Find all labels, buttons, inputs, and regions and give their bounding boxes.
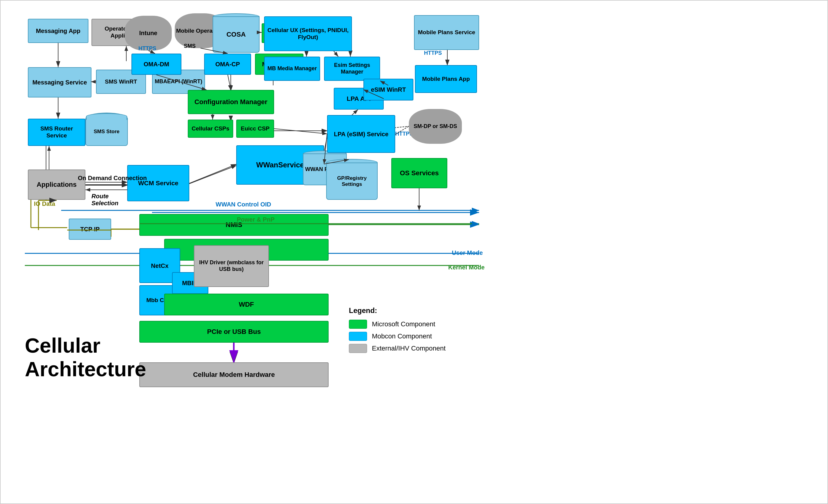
gp-registry-cylinder: GP/Registry Settings (326, 159, 378, 200)
sms-store-cylinder: SMS Store (85, 112, 128, 146)
cellular-ux-box: Cellular UX (Settings, PNIDUI, FlyOut) (264, 16, 352, 51)
route-selection-label: RouteSelection (91, 193, 118, 207)
io-data-label: IO Data (34, 200, 55, 208)
svg-line-53 (189, 166, 236, 184)
svg-line-11 (189, 164, 237, 184)
legend-item-external: External/IHV Component (349, 344, 464, 353)
wdf2-box: WDF (164, 293, 329, 315)
mobile-plans-svc-box: Mobile Plans Service (414, 15, 479, 50)
euicc-csp-box: Euicc CSP (236, 120, 274, 138)
esim-settings-box: Esim Settings Manager (324, 57, 380, 81)
oma-cp-box: OMA-CP (204, 54, 251, 75)
esim-winrt-box: eSIM WinRT (363, 79, 413, 100)
messaging-app-box: Messaging App (28, 19, 88, 43)
user-mode-label: User Mode (452, 249, 483, 257)
cellular-csps-box: Cellular CSPs (188, 120, 233, 138)
pcie-usb-box: PCIe or USB Bus (139, 321, 329, 342)
config-manager-box: Configuration Manager (188, 90, 274, 114)
svg-line-43 (228, 75, 231, 90)
diagram-container: Messaging App Messaging Service SMS Rout… (0, 0, 828, 504)
tcpip-box: TCP IP (69, 219, 111, 240)
legend-title: Legend: (349, 306, 464, 315)
https-label-3: HTTPS (424, 50, 442, 56)
mobile-plans-app-box: Mobile Plans App (415, 65, 477, 93)
wcm-service-box: WCM Service (127, 165, 189, 201)
sms-router-box: SMS Router Service (28, 119, 85, 146)
legend-item-mobcon: Mobcon Component (349, 332, 464, 341)
mb-media-box: MB Media Manager (264, 57, 320, 81)
power-pnp-label: Power & PnP (237, 216, 275, 223)
kernel-mode-label: Kernel Mode (448, 264, 485, 271)
sm-dp-cloud: SM-DP or SM-DS (409, 109, 462, 144)
lpa-esim-box: LPA (eSIM) Service (327, 115, 395, 153)
cosa-cylinder: COSA (213, 13, 259, 53)
ihv-driver-box: IHV Driver (wmbclass for USB bus) (194, 245, 269, 287)
svg-line-46 (352, 109, 358, 115)
messaging-service-box: Messaging Service (28, 67, 91, 97)
svg-line-52 (334, 51, 338, 57)
nmis-box: NMIS (139, 214, 329, 236)
https-label-1: HTTPS (138, 45, 156, 52)
os-services-box: OS Services (391, 158, 447, 188)
svg-line-45 (274, 129, 327, 134)
legend-box: Legend: Microsoft Component Mobcon Compo… (343, 300, 470, 362)
on-demand-label: On Demand Connection (78, 175, 147, 182)
legend-item-microsoft: Microsoft Component (349, 320, 464, 329)
diagram-title: CellularArchitecture (25, 333, 146, 381)
cellular-modem-box: Cellular Modem Hardware (139, 362, 329, 387)
applications-box: Applications (28, 170, 85, 200)
sms-label: SMS (184, 43, 196, 49)
svg-line-26 (394, 126, 409, 128)
wwan-control-label: WWAN Control OID (216, 201, 271, 208)
oma-dm-box: OMA-DM (131, 54, 181, 75)
